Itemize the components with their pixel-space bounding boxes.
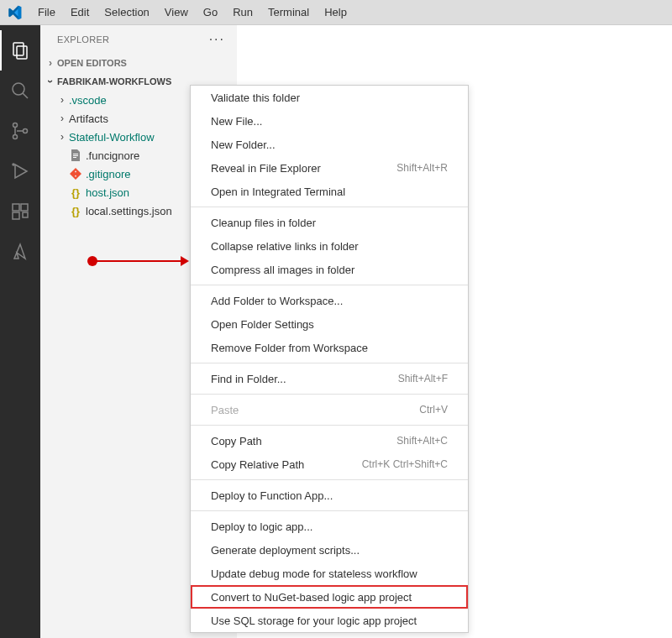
menu-view[interactable]: View — [157, 0, 196, 25]
svg-point-2 — [13, 83, 24, 95]
svg-point-4 — [13, 123, 18, 128]
menu-item-label: Open in Integrated Terminal — [211, 186, 345, 198]
svg-point-8 — [13, 164, 14, 165]
menu-item-label: New File... — [211, 115, 262, 128]
menu-item-shortcut: Shift+Alt+F — [398, 373, 448, 384]
context-menu-item[interactable]: New File... — [191, 109, 468, 133]
context-menu-item[interactable]: Remove Folder from Workspace — [191, 336, 468, 359]
open-editors-section[interactable]: › OPEN EDITORS — [40, 54, 237, 72]
menu-item-label: New Folder... — [211, 139, 276, 151]
svg-rect-11 — [13, 212, 19, 219]
context-menu-item[interactable]: Copy PathShift+Alt+C — [191, 429, 468, 452]
menu-item-label: Deploy to Function App... — [211, 489, 333, 502]
menu-terminal[interactable]: Terminal — [260, 0, 317, 25]
menu-separator — [191, 510, 468, 511]
svg-rect-0 — [13, 43, 24, 55]
menu-run[interactable]: Run — [225, 0, 260, 25]
context-menu-item[interactable]: Generate deployment scripts... — [191, 538, 468, 562]
context-menu-item[interactable]: Validate this folder — [191, 86, 468, 109]
menu-go[interactable]: Go — [196, 0, 225, 25]
menu-help[interactable]: Help — [317, 0, 354, 25]
tree-item-label: .vscode — [69, 94, 107, 107]
source-control-icon[interactable] — [0, 111, 40, 151]
activity-bar — [0, 25, 40, 638]
chevron-down-icon: › — [45, 75, 56, 88]
explorer-title: EXPLORER — [57, 34, 109, 44]
menu-selection[interactable]: Selection — [97, 0, 156, 25]
context-menu-item[interactable]: Deploy to logic app... — [191, 515, 468, 538]
context-menu-item[interactable]: Find in Folder...Shift+Alt+F — [191, 367, 468, 390]
menu-item-label: Use SQL storage for your logic app proje… — [211, 614, 417, 627]
menu-item-label: Remove Folder from Workspace — [211, 342, 368, 354]
svg-rect-1 — [17, 46, 27, 59]
svg-rect-10 — [21, 204, 28, 211]
file-icon: {} — [69, 186, 82, 199]
context-menu-item[interactable]: Convert to NuGet-based logic app project — [191, 585, 468, 609]
explorer-icon[interactable] — [0, 30, 40, 71]
workspace-label: FABRIKAM-WORKFLOWS — [57, 76, 171, 86]
menu-file[interactable]: File — [30, 0, 63, 25]
context-menu-item[interactable]: Cleanup files in folder — [191, 211, 468, 234]
menu-item-label: Paste — [211, 404, 239, 416]
context-menu-item[interactable]: Deploy to Function App... — [191, 484, 468, 507]
annotation-line — [97, 260, 181, 262]
chevron-right-icon: › — [55, 131, 69, 143]
menu-item-label: Open Folder Settings — [211, 318, 314, 331]
menu-separator — [191, 363, 468, 363]
menu-item-label: Validate this folder — [211, 92, 300, 104]
chevron-right-icon: › — [44, 57, 57, 69]
menu-edit[interactable]: Edit — [63, 0, 97, 25]
menu-item-label: Copy Relative Path — [211, 458, 304, 471]
file-icon: {} — [69, 204, 82, 217]
tree-item-label: .gitignore — [86, 168, 130, 180]
menu-item-label: Cleanup files in folder — [211, 217, 316, 229]
context-menu-item[interactable]: Open Folder Settings — [191, 312, 468, 336]
vscode-logo-icon — [7, 5, 22, 20]
run-debug-icon[interactable] — [0, 151, 40, 191]
menu-item-label: Update debug mode for stateless workflow — [211, 567, 417, 580]
file-icon — [69, 149, 82, 162]
explorer-header: EXPLORER ··· — [40, 25, 237, 54]
menu-item-shortcut: Ctrl+K Ctrl+Shift+C — [362, 458, 448, 470]
menu-item-label: Copy Path — [211, 435, 262, 447]
context-menu-item[interactable]: Open in Integrated Terminal — [191, 180, 468, 203]
context-menu-item[interactable]: Use SQL storage for your logic app proje… — [191, 609, 468, 632]
svg-rect-9 — [13, 204, 19, 211]
context-menu-item[interactable]: Compress all images in folder — [191, 258, 468, 281]
context-menu-item: PasteCtrl+V — [191, 398, 468, 421]
menu-separator — [191, 394, 468, 395]
menu-item-label: Compress all images in folder — [211, 264, 354, 276]
menu-item-label: Generate deployment scripts... — [211, 544, 360, 557]
svg-line-3 — [23, 93, 28, 98]
tree-item-label: .funcignore — [86, 149, 139, 162]
context-menu-item[interactable]: Collapse relative links in folder — [191, 234, 468, 258]
tree-item-label: local.settings.json — [86, 205, 172, 217]
menu-item-shortcut: Shift+Alt+C — [396, 435, 448, 447]
context-menu: Validate this folderNew File...New Folde… — [190, 85, 469, 633]
extensions-icon[interactable] — [0, 191, 40, 232]
menu-separator — [191, 425, 468, 426]
menu-separator — [191, 479, 468, 480]
context-menu-item[interactable]: New Folder... — [191, 133, 468, 156]
annotation-arrowhead — [181, 256, 189, 266]
search-icon[interactable] — [0, 71, 40, 111]
context-menu-item[interactable]: Add Folder to Workspace... — [191, 289, 468, 312]
svg-point-6 — [24, 129, 28, 133]
open-editors-label: OPEN EDITORS — [57, 58, 127, 68]
tree-item-label: host.json — [86, 186, 129, 199]
menu-item-shortcut: Ctrl+V — [419, 404, 448, 416]
svg-marker-7 — [15, 165, 27, 178]
menu-separator — [191, 285, 468, 285]
menu-item-label: Reveal in File Explorer — [211, 162, 321, 175]
menu-separator — [191, 207, 468, 207]
tree-item-label: Stateful-Workflow — [69, 131, 155, 144]
context-menu-item[interactable]: Reveal in File ExplorerShift+Alt+R — [191, 156, 468, 180]
menu-item-label: Add Folder to Workspace... — [211, 295, 343, 307]
context-menu-item[interactable]: Update debug mode for stateless workflow — [191, 562, 468, 585]
azure-icon[interactable] — [0, 232, 40, 272]
more-actions-icon[interactable]: ··· — [209, 32, 225, 47]
context-menu-item[interactable]: Copy Relative PathCtrl+K Ctrl+Shift+C — [191, 452, 468, 476]
svg-point-5 — [13, 135, 18, 139]
file-icon — [69, 167, 82, 180]
titlebar: FileEditSelectionViewGoRunTerminalHelp — [0, 0, 672, 25]
